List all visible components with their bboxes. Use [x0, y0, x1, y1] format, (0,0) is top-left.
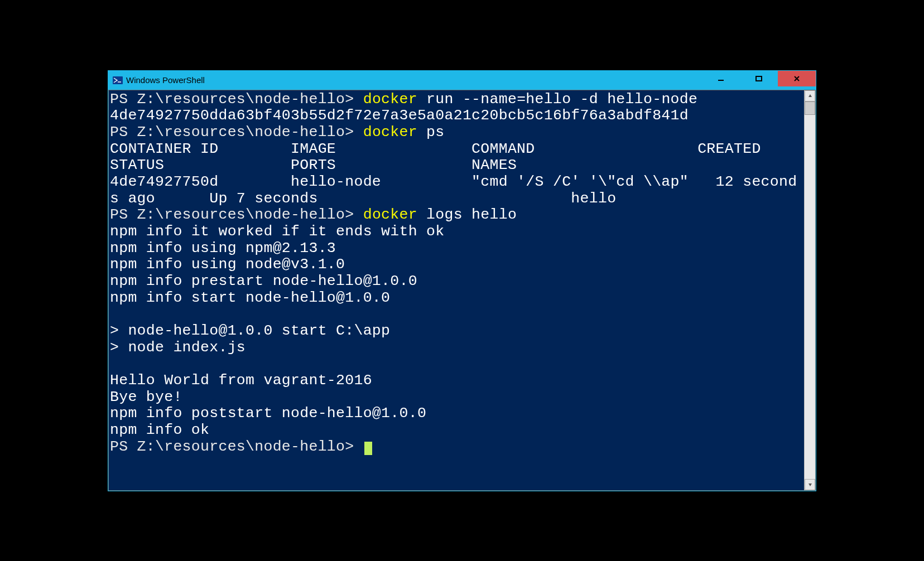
- minimize-button[interactable]: [702, 71, 740, 86]
- window-title: Windows PowerShell: [126, 71, 702, 90]
- powershell-window: Windows PowerShell PS Z:\resources\node-…: [108, 70, 816, 491]
- scroll-up-button[interactable]: [805, 90, 815, 101]
- maximize-button[interactable]: [740, 71, 778, 86]
- scrollbar-track[interactable]: [805, 101, 815, 479]
- scrollbar-thumb[interactable]: [805, 101, 815, 115]
- window-body: PS Z:\resources\node-hello> docker run -…: [108, 90, 816, 491]
- window-controls: [702, 71, 816, 86]
- cursor: [364, 442, 372, 455]
- vertical-scrollbar[interactable]: [804, 90, 815, 490]
- powershell-icon: [113, 75, 123, 85]
- svg-rect-2: [756, 76, 762, 81]
- titlebar[interactable]: Windows PowerShell: [108, 71, 816, 90]
- svg-rect-1: [718, 80, 724, 81]
- close-button[interactable]: [778, 71, 816, 86]
- terminal-output[interactable]: PS Z:\resources\node-hello> docker run -…: [109, 90, 804, 490]
- scroll-down-button[interactable]: [805, 479, 815, 490]
